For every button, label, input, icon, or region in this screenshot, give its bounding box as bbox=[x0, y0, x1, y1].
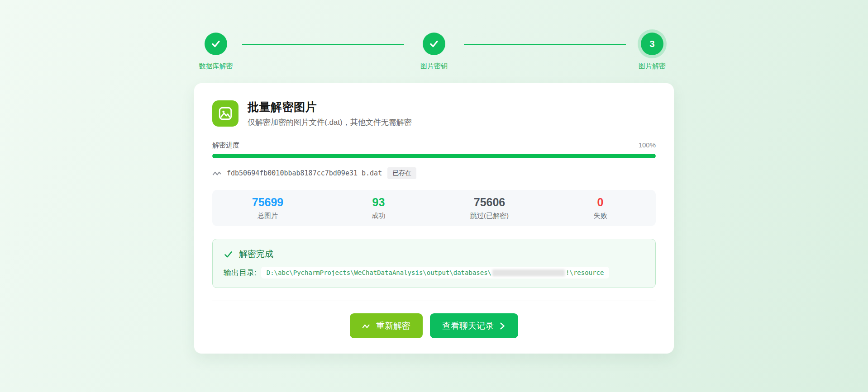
progress-label: 解密进度 bbox=[212, 141, 239, 150]
redo-decrypt-button[interactable]: 重新解密 bbox=[350, 313, 423, 338]
view-chat-records-button[interactable]: 查看聊天记录 bbox=[430, 313, 518, 338]
stat-success: 93 成功 bbox=[323, 196, 434, 220]
stat-success-label: 成功 bbox=[323, 212, 434, 220]
stats-summary: 75699 总图片 93 成功 75606 跳过(已解密) 0 失败 bbox=[212, 190, 656, 226]
step-2-circle bbox=[423, 33, 445, 55]
activity-zigzag-icon bbox=[212, 170, 221, 177]
current-file-name: fdb50694fb0010bbab8187cc7bd09e31_b.dat bbox=[227, 169, 382, 177]
action-buttons: 重新解密 查看聊天记录 bbox=[212, 313, 656, 338]
step-image-key: 图片密钥 bbox=[412, 33, 456, 71]
check-icon bbox=[224, 250, 233, 259]
progress-section: 解密进度 100% bbox=[212, 141, 656, 158]
stat-success-value: 93 bbox=[323, 196, 434, 209]
step-1-circle bbox=[205, 33, 227, 55]
path-suffix: !\resource bbox=[566, 269, 604, 276]
result-panel: 解密完成 输出目录: D:\abc\PycharmProjects\WeChat… bbox=[212, 239, 656, 288]
file-exists-badge: 已存在 bbox=[387, 167, 416, 179]
step-1-label: 数据库解密 bbox=[199, 62, 233, 71]
check-icon bbox=[429, 38, 439, 49]
output-dir-label: 输出目录: bbox=[224, 268, 257, 278]
progress-bar-fill bbox=[212, 154, 656, 158]
step-image-decrypt: 3 图片解密 bbox=[630, 33, 674, 71]
result-status-text: 解密完成 bbox=[239, 248, 273, 260]
view-chat-records-label: 查看聊天记录 bbox=[442, 320, 494, 332]
result-status-row: 解密完成 bbox=[224, 248, 644, 260]
stat-total-images: 75699 总图片 bbox=[212, 196, 323, 220]
step-connector-2 bbox=[464, 44, 626, 45]
image-icon bbox=[212, 100, 238, 127]
step-connector-1 bbox=[242, 44, 404, 45]
output-dir-path: D:\abc\PycharmProjects\WeChatDataAnalysi… bbox=[261, 267, 610, 279]
card-titles: 批量解密图片 仅解密加密的图片文件(.dat)，其他文件无需解密 bbox=[248, 99, 412, 128]
stat-skipped-value: 75606 bbox=[434, 196, 545, 209]
output-dir-row: 输出目录: D:\abc\PycharmProjects\WeChatDataA… bbox=[224, 267, 644, 279]
stat-failed-value: 0 bbox=[545, 196, 656, 209]
decrypt-card: 批量解密图片 仅解密加密的图片文件(.dat)，其他文件无需解密 解密进度 10… bbox=[194, 83, 674, 354]
progress-percent: 100% bbox=[639, 141, 656, 149]
stat-skipped: 75606 跳过(已解密) bbox=[434, 196, 545, 220]
path-prefix: D:\abc\PycharmProjects\WeChatDataAnalysi… bbox=[267, 269, 491, 276]
page-title: 批量解密图片 bbox=[248, 99, 412, 114]
page: 数据库解密 图片密钥 3 图片解密 bbox=[194, 0, 674, 354]
section-divider bbox=[212, 301, 656, 301]
wizard-stepper: 数据库解密 图片密钥 3 图片解密 bbox=[194, 0, 674, 71]
step-database-decrypt: 数据库解密 bbox=[194, 33, 238, 71]
current-file-row: fdb50694fb0010bbab8187cc7bd09e31_b.dat 已… bbox=[212, 167, 656, 179]
stat-failed: 0 失败 bbox=[545, 196, 656, 220]
redo-decrypt-label: 重新解密 bbox=[376, 320, 410, 332]
step-2-label: 图片密钥 bbox=[420, 62, 448, 71]
step-3-label: 图片解密 bbox=[639, 62, 666, 71]
redacted-path-segment bbox=[492, 269, 565, 276]
step-3-circle: 3 bbox=[641, 33, 663, 55]
stat-total-label: 总图片 bbox=[212, 212, 323, 220]
page-subtitle: 仅解密加密的图片文件(.dat)，其他文件无需解密 bbox=[248, 117, 412, 128]
card-header: 批量解密图片 仅解密加密的图片文件(.dat)，其他文件无需解密 bbox=[212, 99, 656, 128]
progress-bar-track bbox=[212, 154, 656, 158]
redo-zigzag-icon bbox=[362, 322, 371, 330]
stat-skipped-label: 跳过(已解密) bbox=[434, 212, 545, 220]
stat-failed-label: 失败 bbox=[545, 212, 656, 220]
stat-total-value: 75699 bbox=[212, 196, 323, 209]
chevron-right-icon bbox=[499, 322, 506, 330]
check-icon bbox=[210, 38, 221, 49]
